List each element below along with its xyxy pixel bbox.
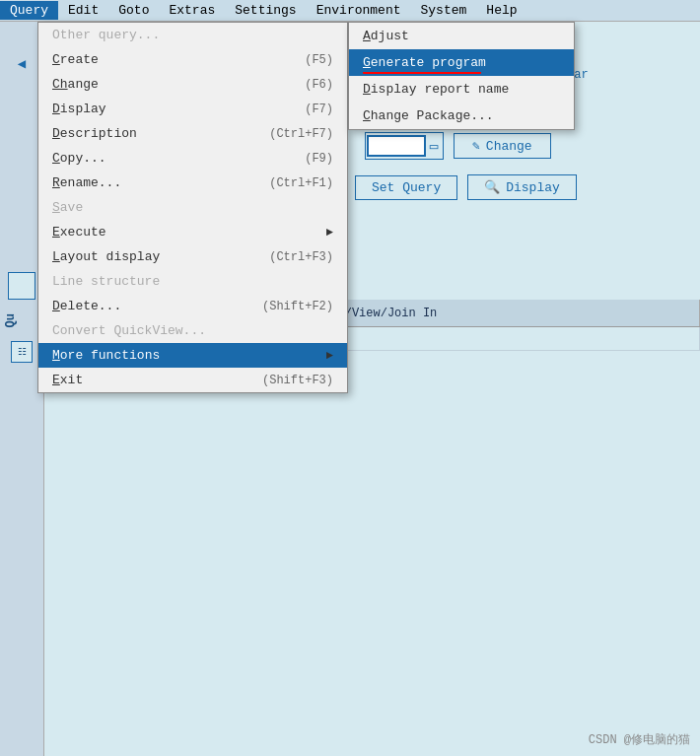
menu-system[interactable]: System [411, 1, 477, 20]
query-btn-area: Set Query 🔍 Display [345, 168, 700, 207]
save-label: Save [52, 200, 83, 215]
display-icon: 🔍 [484, 179, 500, 195]
input-expand-icon[interactable]: ▭ [430, 138, 438, 155]
display-report-name-label: Display report name [363, 82, 509, 97]
submenu-change-package[interactable]: Change Package... [349, 103, 574, 129]
change-btn-label: Change [486, 139, 532, 154]
td-table-view: T [302, 327, 700, 350]
delete-shortcut: (Shift+F2) [262, 300, 333, 313]
description-shortcut: (Ctrl+F7) [269, 127, 333, 141]
menu-environment[interactable]: Environment [307, 1, 411, 20]
menubar: Query Edit Goto Extras Settings Environm… [0, 0, 700, 22]
menu-description[interactable]: Description (Ctrl+F7) [38, 121, 347, 146]
more-functions-label: More functions [52, 348, 160, 363]
menu-other-query[interactable]: Other query... [38, 23, 347, 47]
description-label: Description [52, 126, 137, 141]
execute-arrow: ► [326, 226, 333, 240]
execute-label: Execute [52, 225, 106, 240]
change-button[interactable]: ✎ Change [454, 133, 551, 159]
set-query-button[interactable]: Set Query [355, 175, 457, 200]
menu-execute[interactable]: Execute ► [38, 220, 347, 244]
delete-label: Delete... [52, 299, 121, 313]
menu-change[interactable]: Change (F6) [38, 72, 347, 97]
submenu-adjust[interactable]: Adjust [349, 23, 574, 49]
line-structure-label: Line structure [52, 274, 160, 289]
menu-copy[interactable]: Copy... (F9) [38, 146, 347, 171]
menu-more-functions[interactable]: More functions ► [38, 343, 347, 368]
exit-shortcut: (Shift+F3) [262, 374, 333, 387]
sidebar-box[interactable] [8, 272, 35, 300]
convert-quickview-label: Convert QuickView... [52, 323, 206, 338]
input-field[interactable] [367, 135, 426, 157]
other-query-label: Other query... [52, 28, 160, 42]
change-shortcut: (F6) [305, 78, 333, 92]
create-shortcut: (F5) [305, 53, 333, 67]
display-button[interactable]: 🔍 Display [467, 174, 577, 200]
menu-layout-display[interactable]: Layout display (Ctrl+F3) [38, 244, 347, 269]
menu-display[interactable]: Display (F7) [38, 97, 347, 121]
sidebar-qu-label: Qu [0, 309, 22, 331]
menu-goto[interactable]: Goto [108, 1, 159, 20]
create-label: Create [52, 52, 99, 67]
rename-shortcut: (Ctrl+F1) [269, 176, 333, 190]
th-table-view: Table/View/Join In [302, 300, 700, 326]
submenu-display-report-name[interactable]: Display report name [349, 76, 574, 103]
adjust-label: Adjust [363, 29, 409, 43]
sidebar-icon[interactable]: ☷ [11, 341, 33, 363]
more-functions-submenu: Adjust Generate program Display report n… [348, 22, 575, 130]
layout-display-shortcut: (Ctrl+F3) [269, 250, 333, 264]
copy-shortcut: (F9) [305, 152, 333, 166]
query-input-box[interactable]: ▭ [365, 132, 444, 160]
exit-label: Exit [52, 373, 83, 387]
display-menu-label: Display [52, 102, 106, 116]
change-label: Change [52, 77, 99, 92]
pencil-icon: ✎ [472, 138, 480, 154]
menu-edit[interactable]: Edit [58, 1, 108, 20]
menu-delete[interactable]: Delete... (Shift+F2) [38, 294, 347, 318]
layout-display-label: Layout display [52, 249, 160, 264]
query-dropdown-menu: Other query... Create (F5) Change (F6) D… [37, 22, 348, 393]
generate-program-label: Generate program [363, 55, 486, 70]
display-shortcut: (F7) [305, 103, 333, 116]
change-package-label: Change Package... [363, 108, 494, 123]
menu-help[interactable]: Help [476, 1, 526, 20]
menu-line-structure[interactable]: Line structure [38, 269, 347, 294]
watermark: CSDN @修电脑的猫 [589, 731, 690, 748]
copy-label: Copy... [52, 151, 106, 166]
menu-query[interactable]: Query [0, 1, 58, 20]
menu-save[interactable]: Save [38, 195, 347, 220]
rename-label: Rename... [52, 175, 121, 190]
display-label: Display [506, 180, 560, 195]
sidebar-back-arrow[interactable]: ◀ [10, 51, 34, 75]
menu-rename[interactable]: Rename... (Ctrl+F1) [38, 171, 347, 195]
submenu-generate-program[interactable]: Generate program [349, 49, 574, 76]
more-functions-arrow: ► [326, 349, 333, 363]
menu-extras[interactable]: Extras [159, 1, 225, 20]
menu-exit[interactable]: Exit (Shift+F3) [38, 368, 347, 392]
menu-settings[interactable]: Settings [225, 1, 306, 20]
menu-convert-quickview[interactable]: Convert QuickView... [38, 318, 347, 343]
menu-create[interactable]: Create (F5) [38, 47, 347, 72]
change-btn-area: ▭ ✎ Change [345, 126, 700, 166]
